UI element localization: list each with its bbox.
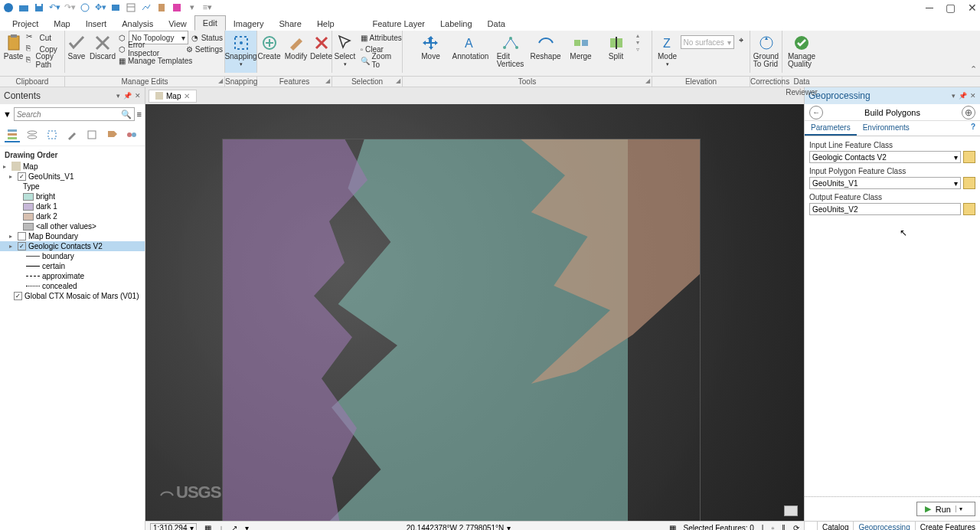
- gp-menu-icon[interactable]: ▾: [952, 92, 956, 100]
- class-boundary[interactable]: boundary: [0, 251, 145, 261]
- map-tab-close-icon[interactable]: ✕: [184, 92, 190, 100]
- layer-geo-contacts[interactable]: ▸✓ Geologic Contacts V2: [0, 241, 145, 251]
- constraint-icon[interactable]: ⟂: [219, 524, 224, 530]
- contents-close-icon[interactable]: ✕: [135, 92, 141, 100]
- list-by-drawing-order-icon[interactable]: [5, 127, 20, 142]
- list-by-editing-icon[interactable]: [64, 127, 80, 142]
- discard-edits-button[interactable]: Discard: [90, 32, 116, 61]
- paste-button[interactable]: Paste: [4, 32, 24, 61]
- gp-tab-parameters[interactable]: Parameters: [805, 121, 857, 136]
- dock-tab-create-features[interactable]: Create Features: [915, 522, 980, 530]
- tool-gallery-more[interactable]: ▿: [636, 46, 639, 53]
- merge-tool[interactable]: Merge: [566, 32, 596, 61]
- map-tab[interactable]: Map ✕: [149, 90, 197, 103]
- search-icon[interactable]: 🔍: [121, 110, 132, 119]
- tab-labeling[interactable]: Labeling: [433, 17, 480, 31]
- class-certain[interactable]: certain: [0, 261, 145, 271]
- ribbon-collapse-button[interactable]: ⌃: [970, 64, 977, 74]
- select-button[interactable]: Select▾: [333, 32, 358, 68]
- surface-combo[interactable]: No surfaces▾: [681, 35, 734, 49]
- modify-button[interactable]: Modify: [283, 32, 309, 61]
- error-inspector-button[interactable]: ⬡Error Inspector ⚙Settings: [117, 44, 224, 54]
- bookmark-icon[interactable]: [156, 2, 167, 13]
- manage-quality-button[interactable]: Manage Quality: [784, 32, 819, 68]
- class-dark1[interactable]: dark 1: [0, 201, 145, 211]
- dock-tab-geoprocessing[interactable]: Geoprocessing: [853, 522, 914, 530]
- snapping-button[interactable]: Snapping▾: [226, 32, 256, 68]
- layer-map-boundary[interactable]: ▸ Map Boundary: [0, 231, 145, 241]
- tab-imagery[interactable]: Imagery: [226, 17, 272, 31]
- gp-tab-environments[interactable]: Environments: [857, 121, 916, 136]
- dock-tab-catalog[interactable]: Catalog: [817, 522, 853, 530]
- tab-help[interactable]: Help: [309, 17, 342, 31]
- layer-checkbox[interactable]: [18, 232, 26, 240]
- menu-icon[interactable]: ▾: [245, 524, 249, 530]
- tab-insert[interactable]: Insert: [78, 17, 115, 31]
- map-overview-icon[interactable]: [784, 505, 798, 516]
- move-tool[interactable]: Move: [416, 32, 446, 61]
- open-icon[interactable]: [18, 2, 29, 13]
- explore-icon[interactable]: ✥▾: [95, 2, 106, 13]
- dynamic-icon[interactable]: ↗: [231, 524, 237, 530]
- layer-geounits[interactable]: ▸✓ GeoUnits_V1: [0, 172, 145, 182]
- delete-button[interactable]: Delete: [311, 32, 332, 61]
- annotation-tool[interactable]: AAnnotation: [451, 32, 491, 61]
- tab-map[interactable]: Map: [46, 17, 77, 31]
- status-button[interactable]: Status: [201, 34, 223, 42]
- create-button[interactable]: Create: [257, 32, 282, 61]
- layer-basemap[interactable]: ✓ Global CTX Mosaic of Mars (V01): [0, 291, 145, 301]
- table-icon[interactable]: [126, 2, 136, 13]
- class-approximate[interactable]: approximate: [0, 271, 145, 281]
- gp-param2-input[interactable]: GeoUnits_V1▾: [809, 177, 961, 189]
- class-bright[interactable]: bright: [0, 191, 145, 201]
- settings-button[interactable]: Settings: [195, 45, 223, 54]
- gp-param1-input[interactable]: Geologic Contacts V2▾: [809, 151, 961, 163]
- tab-data[interactable]: Data: [480, 17, 513, 31]
- tab-edit[interactable]: Edit: [194, 15, 226, 31]
- contents-pin-icon[interactable]: 📌: [123, 92, 132, 100]
- class-dark2[interactable]: dark 2: [0, 211, 145, 221]
- minimize-button[interactable]: ─: [926, 2, 933, 14]
- scale-combo[interactable]: 1:310,294▾: [150, 523, 197, 531]
- list-by-labeling-icon[interactable]: [104, 127, 119, 142]
- gp-back-button[interactable]: ←: [809, 106, 823, 119]
- tab-feature-layer[interactable]: Feature Layer: [365, 17, 433, 31]
- close-button[interactable]: ✕: [968, 2, 977, 14]
- reshape-tool[interactable]: Reshape: [531, 32, 561, 61]
- edit-vertices-tool[interactable]: Edit Vertices: [495, 32, 526, 68]
- manage-templates-button[interactable]: ▦Manage Templates: [117, 55, 224, 66]
- contents-search[interactable]: 🔍: [14, 107, 135, 121]
- basemap-icon[interactable]: [172, 2, 182, 13]
- coord-menu-icon[interactable]: ▾: [507, 524, 511, 530]
- class-concealed[interactable]: concealed: [0, 281, 145, 291]
- map-canvas[interactable]: USGS: [145, 104, 804, 521]
- elevation-mode-button[interactable]: Z Mode▾: [656, 32, 679, 68]
- map-node[interactable]: ▸ Map: [0, 161, 145, 172]
- surface-picker-icon[interactable]: ⌖: [736, 35, 746, 49]
- gp-help-icon[interactable]: ?: [966, 121, 980, 136]
- copy-path-button[interactable]: ⎘Copy Path: [24, 55, 60, 66]
- list-by-selection-icon[interactable]: [44, 127, 60, 142]
- list-by-source-icon[interactable]: [24, 127, 40, 142]
- qat-more-icon[interactable]: ▾: [187, 2, 198, 13]
- tab-project[interactable]: Project: [5, 17, 46, 31]
- browse-icon[interactable]: [963, 151, 975, 163]
- add-data-icon[interactable]: [110, 2, 121, 13]
- zoom-to-button[interactable]: 🔍Zoom To: [359, 55, 402, 66]
- undo-icon[interactable]: ↶▾: [49, 2, 60, 13]
- save-edits-button[interactable]: Save: [65, 32, 88, 61]
- layer-checkbox[interactable]: ✓: [18, 172, 26, 181]
- gp-close-icon[interactable]: ✕: [970, 92, 976, 100]
- list-by-snapping-icon[interactable]: [84, 127, 100, 142]
- gp-param3-input[interactable]: GeoUnits_V2: [809, 203, 961, 215]
- class-other[interactable]: <all other values>: [0, 221, 145, 231]
- ground-to-grid-button[interactable]: Ground To Grid: [751, 32, 782, 68]
- filter-icon[interactable]: ▼: [3, 110, 11, 119]
- chart-icon[interactable]: [141, 2, 152, 13]
- gp-pin-icon[interactable]: 📌: [959, 92, 967, 100]
- tab-analysis[interactable]: Analysis: [114, 17, 161, 31]
- refresh-icon[interactable]: ⟳: [793, 524, 799, 530]
- pause-icon[interactable]: ‖: [782, 524, 786, 530]
- redo-icon[interactable]: ↷▾: [64, 2, 75, 13]
- tool-gallery-down[interactable]: ▾: [636, 39, 639, 46]
